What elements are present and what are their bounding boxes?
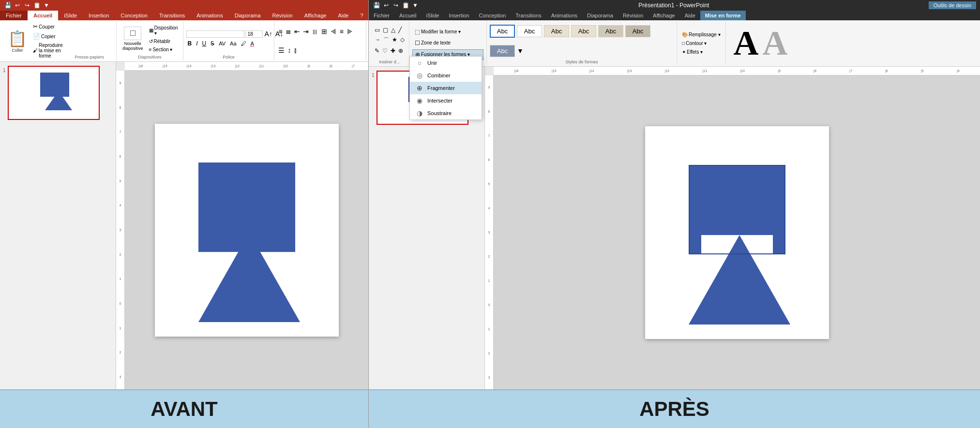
save-icon[interactable]: 💾 bbox=[4, 1, 12, 9]
disposition-button[interactable]: ▦ Disposition ▾ bbox=[147, 24, 180, 37]
shape-line-btn[interactable]: ╱ bbox=[397, 26, 403, 34]
expand-icon-right[interactable]: ▼ bbox=[411, 1, 419, 9]
menu-item-intersecter[interactable]: ◉ Intersecter bbox=[410, 94, 482, 107]
tab-affichage-left[interactable]: Affichage bbox=[299, 11, 332, 20]
shape-pen-btn[interactable]: ✎ bbox=[374, 46, 380, 55]
tab-accueil-left[interactable]: Accueil bbox=[28, 11, 58, 20]
tab-diaporama-right[interactable]: Diaporama bbox=[582, 11, 618, 20]
menu-icon[interactable]: 📋 bbox=[33, 1, 41, 9]
coller-button[interactable]: 📋 Coller bbox=[4, 22, 31, 59]
tab-revision-right[interactable]: Révision bbox=[618, 11, 648, 20]
slide-thumb-1-left[interactable]: 1 bbox=[0, 62, 116, 124]
italic-button[interactable]: I bbox=[195, 40, 199, 47]
zone-texte-button[interactable]: ☐ Zone de texte bbox=[412, 38, 483, 48]
tab-affichage-right[interactable]: Affichage bbox=[648, 11, 680, 20]
nouvelle-diapositive-button[interactable]: □ Nouvellediapositive bbox=[120, 25, 146, 53]
font-row1: A↑ A↓ bbox=[186, 30, 271, 38]
expand-icon[interactable]: ▼ bbox=[43, 1, 50, 9]
shape-star-btn[interactable]: ★ bbox=[391, 35, 398, 45]
menu-item-soustraire[interactable]: ◑ Soustraire bbox=[410, 107, 482, 119]
smartart-button[interactable]: ⊞ bbox=[320, 27, 328, 36]
effets-button[interactable]: ✦ Effets ▾ bbox=[680, 48, 723, 56]
tab-aide-left[interactable]: Aide bbox=[332, 11, 354, 20]
shape-rect-top-right[interactable] bbox=[689, 165, 785, 235]
align-center-button[interactable]: ≡ bbox=[339, 27, 345, 36]
shape-arrow-btn[interactable]: → bbox=[374, 35, 381, 45]
tab-revision-left[interactable]: Révision bbox=[267, 11, 299, 20]
undo-icon[interactable]: ↩ bbox=[14, 1, 21, 9]
redo-icon[interactable]: ↪ bbox=[23, 1, 31, 9]
case-button[interactable]: Aa bbox=[228, 40, 238, 47]
style-btn-3[interactable]: Abc bbox=[544, 25, 569, 37]
indent-less-button[interactable]: ⇤ bbox=[293, 27, 301, 36]
tab-fichier-left[interactable]: Fichier bbox=[0, 11, 28, 20]
increase-font-button[interactable]: A↑ bbox=[264, 30, 273, 38]
tab-islide-right[interactable]: iSlide bbox=[421, 11, 444, 20]
contour-button[interactable]: □ Contour ▾ bbox=[680, 40, 723, 47]
menu-item-unir[interactable]: ○ Unir bbox=[410, 57, 482, 69]
save-icon-right[interactable]: 💾 bbox=[373, 1, 380, 9]
tab-mise-en-forme-right[interactable]: Mise en forme bbox=[700, 11, 746, 20]
copier-button[interactable]: 📄 Copier bbox=[31, 32, 64, 41]
shape-triangle-right[interactable] bbox=[689, 235, 790, 325]
style-btn-5[interactable]: Abc bbox=[598, 25, 623, 37]
shape-diamond-btn[interactable]: ◇ bbox=[399, 35, 406, 45]
tab-help-left[interactable]: ? bbox=[354, 11, 369, 20]
align-right-button[interactable]: ⫸ bbox=[346, 27, 354, 36]
remplissage-button[interactable]: 🎨 Remplissage ▾ bbox=[680, 31, 723, 38]
spacing-button[interactable]: AV bbox=[217, 40, 227, 47]
style-btn-1[interactable]: Abc bbox=[490, 25, 515, 38]
shape-curve-btn[interactable]: ⌒ bbox=[382, 35, 390, 45]
highlight-button[interactable]: 🖊 bbox=[240, 40, 248, 47]
style-more-button[interactable]: ▼ bbox=[517, 47, 524, 55]
linespacing-button[interactable]: ↕ bbox=[286, 45, 292, 55]
menu-item-combiner[interactable]: ◎ Combiner bbox=[410, 69, 482, 82]
underline-button[interactable]: U bbox=[201, 40, 208, 47]
shape-tri-btn[interactable]: △ bbox=[390, 26, 396, 34]
shape-heart-btn[interactable]: ♡ bbox=[381, 46, 389, 55]
tab-animations-left[interactable]: Animations bbox=[191, 11, 228, 20]
tab-conception-left[interactable]: Conception bbox=[115, 11, 153, 20]
tab-accueil-right[interactable]: Accueil bbox=[394, 11, 421, 20]
style-btn-7[interactable]: Abc bbox=[490, 45, 515, 57]
font-name-input[interactable] bbox=[186, 30, 244, 38]
shape-triangle-left[interactable] bbox=[198, 233, 300, 322]
align-left-button[interactable]: ⫷ bbox=[329, 27, 338, 36]
shape-rect-btn[interactable]: ▭ bbox=[374, 26, 381, 34]
menu-icon-right[interactable]: 📋 bbox=[402, 1, 409, 9]
shape-more-btn[interactable]: ⊕ bbox=[397, 46, 404, 55]
undo-icon-right[interactable]: ↩ bbox=[382, 1, 390, 9]
shape-cross-btn[interactable]: ✚ bbox=[390, 46, 396, 55]
shape-round-btn[interactable]: ▢ bbox=[382, 26, 389, 34]
strikethrough-button[interactable]: S̶ bbox=[209, 40, 216, 47]
style-btn-2[interactable]: Abc bbox=[517, 25, 542, 37]
tab-animations-right[interactable]: Animations bbox=[546, 11, 582, 20]
couper-button[interactable]: ✂ Couper bbox=[31, 22, 64, 31]
tab-islide-left[interactable]: iSlide bbox=[58, 11, 83, 20]
bold-button[interactable]: B bbox=[186, 40, 194, 47]
justify-button[interactable]: ☰ bbox=[277, 45, 286, 55]
style-btn-6[interactable]: Abc bbox=[625, 25, 650, 37]
font-size-input[interactable] bbox=[245, 30, 263, 38]
retablir-button[interactable]: ↺ Rétablir bbox=[147, 38, 180, 45]
style-btn-4[interactable]: Abc bbox=[571, 25, 596, 37]
numbering-button[interactable]: ≣ bbox=[285, 27, 292, 36]
modifier-forme-button[interactable]: ⬚ Modifier la forme ▾ bbox=[412, 27, 483, 37]
indent-more-button[interactable]: ⇥ bbox=[302, 27, 310, 36]
tab-insertion-right[interactable]: Insertion bbox=[444, 11, 474, 20]
redo-icon-right[interactable]: ↪ bbox=[392, 1, 400, 9]
col-button[interactable]: ⫼ bbox=[311, 27, 319, 36]
menu-item-fragmenter[interactable]: ⊕ Fragmenter bbox=[410, 82, 482, 94]
tab-diaporama-left[interactable]: Diaporama bbox=[229, 11, 267, 20]
tab-transitions-left[interactable]: Transitions bbox=[153, 11, 191, 20]
section-button[interactable]: ≡ Section ▾ bbox=[147, 46, 180, 53]
columns-button[interactable]: ⫿ bbox=[293, 45, 298, 55]
reproduire-button[interactable]: 🖌 Reproduire la mise en forme bbox=[31, 42, 64, 59]
tab-fichier-right[interactable]: Fichier bbox=[369, 11, 394, 20]
tab-aide-right[interactable]: Aide bbox=[680, 11, 700, 20]
tab-transitions-right[interactable]: Transitions bbox=[511, 11, 546, 20]
tab-insertion-left[interactable]: Insertion bbox=[83, 11, 115, 20]
bullets-button[interactable]: ≡ bbox=[277, 27, 283, 36]
tab-conception-right[interactable]: Conception bbox=[474, 11, 511, 20]
font-color-button[interactable]: A bbox=[249, 40, 256, 47]
